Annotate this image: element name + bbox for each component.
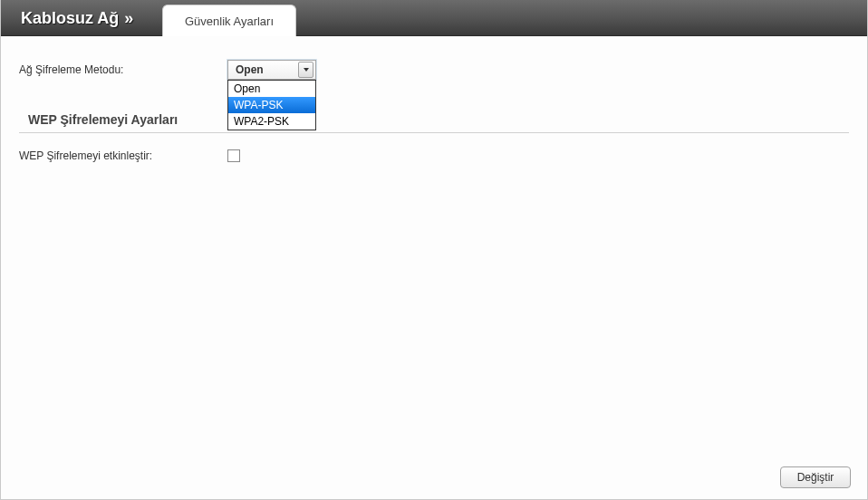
option-wpa-psk[interactable]: WPA-PSK <box>228 97 315 113</box>
select-value: Open <box>236 63 264 76</box>
wep-enable-label: WEP Şifrelemeyi etkinleştir: <box>19 149 227 162</box>
encryption-method-select-wrap: Open Open WPA-PSK WPA2-PSK <box>227 60 316 80</box>
tab-label: Güvenlik Ayarları <box>185 14 274 28</box>
option-open[interactable]: Open <box>228 81 315 97</box>
chevron-down-icon <box>298 62 313 78</box>
wep-section-header: WEP Şifrelemeyi Ayarları <box>19 107 849 133</box>
page-root: Kablosuz Ağ » Güvenlik Ayarları Ağ Şifre… <box>0 0 868 500</box>
encryption-method-dropdown: Open WPA-PSK WPA2-PSK <box>227 80 316 130</box>
wep-enable-checkbox[interactable] <box>227 149 240 162</box>
breadcrumb-section[interactable]: Kablosuz Ağ <box>21 0 119 36</box>
tab-security-settings[interactable]: Güvenlik Ayarları <box>162 5 296 36</box>
content-area: Ağ Şifreleme Metodu: Open Open WPA-PSK W… <box>1 36 867 499</box>
submit-button[interactable]: Değiştir <box>780 466 851 488</box>
header-bar: Kablosuz Ağ » Güvenlik Ayarları <box>1 0 867 36</box>
option-wpa2-psk[interactable]: WPA2-PSK <box>228 113 315 130</box>
row-encryption-method: Ağ Şifreleme Metodu: Open Open WPA-PSK W… <box>19 60 849 80</box>
footer: Değiştir <box>780 466 851 488</box>
encryption-method-label: Ağ Şifreleme Metodu: <box>19 63 227 76</box>
breadcrumb-separator: » <box>124 0 133 36</box>
breadcrumb: Kablosuz Ağ » <box>1 0 133 35</box>
encryption-method-select[interactable]: Open <box>227 60 316 80</box>
tab-container: Güvenlik Ayarları <box>162 5 296 36</box>
row-wep-enable: WEP Şifrelemeyi etkinleştir: <box>19 149 849 162</box>
